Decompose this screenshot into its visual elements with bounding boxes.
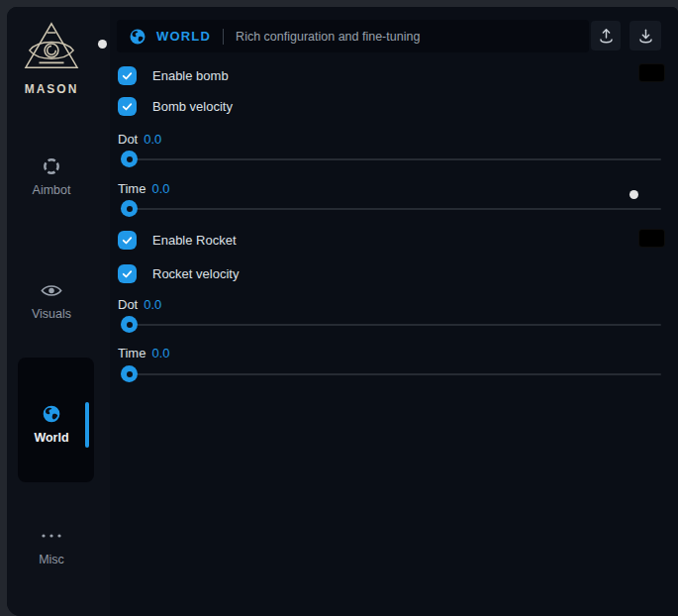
eye-icon bbox=[7, 280, 96, 300]
slider-label-text: Dot bbox=[118, 132, 138, 147]
bomb-dot-slider-label: Dot0.0 bbox=[118, 132, 161, 147]
bomb-time-slider[interactable] bbox=[121, 200, 661, 217]
app-logo: MASON bbox=[7, 21, 96, 96]
checkbox-row-enable-bomb: Enable bomb bbox=[118, 66, 229, 85]
check-icon bbox=[121, 234, 134, 247]
download-icon bbox=[636, 27, 655, 46]
sidebar-item-visuals[interactable]: Visuals bbox=[7, 280, 96, 321]
slider-label-text: Time bbox=[118, 181, 145, 196]
page-subtitle: Rich configuration and fine-tuning bbox=[236, 30, 420, 44]
slider-thumb[interactable] bbox=[121, 316, 138, 333]
bomb-dot-slider[interactable] bbox=[121, 151, 661, 167]
sidebar-item-label: Misc bbox=[7, 553, 96, 566]
main-panel: WORLD Rich configuration and fine-tuning bbox=[110, 7, 678, 616]
sidebar-item-aimbot[interactable]: Aimbot bbox=[7, 156, 96, 197]
sidebar-item-world[interactable]: World bbox=[7, 404, 96, 445]
rocket-time-slider-label: Time0.0 bbox=[118, 346, 169, 360]
checkbox-label: Enable Rocket bbox=[152, 233, 237, 248]
crosshair-icon bbox=[7, 156, 96, 176]
page-header: WORLD Rich configuration and fine-tuning bbox=[117, 20, 589, 52]
sidebar-item-label: Visuals bbox=[7, 307, 96, 321]
checkbox-label: Rocket velocity bbox=[152, 266, 239, 281]
enable-rocket-checkbox[interactable] bbox=[118, 231, 137, 250]
slider-value: 0.0 bbox=[151, 181, 169, 196]
slider-label-text: Time bbox=[118, 346, 145, 360]
slider-thumb[interactable] bbox=[121, 365, 138, 382]
export-config-button[interactable] bbox=[591, 21, 621, 51]
slider-thumb[interactable] bbox=[121, 151, 138, 167]
check-icon bbox=[121, 100, 134, 113]
check-icon bbox=[121, 267, 134, 280]
slider-value: 0.0 bbox=[144, 132, 161, 147]
slider-value: 0.0 bbox=[151, 346, 169, 360]
bomb-velocity-checkbox[interactable] bbox=[118, 97, 137, 116]
checkbox-label: Bomb velocity bbox=[152, 99, 233, 114]
sidebar-item-label: Aimbot bbox=[7, 183, 96, 197]
sidebar-item-label: World bbox=[7, 431, 96, 445]
slider-label-text: Dot bbox=[118, 297, 138, 312]
slider-track bbox=[121, 373, 661, 375]
logo-text: MASON bbox=[7, 82, 96, 96]
app-window: MASON Aimbot Visuals bbox=[7, 7, 678, 616]
check-icon bbox=[121, 69, 134, 82]
checkbox-row-bomb-velocity: Bomb velocity bbox=[118, 97, 233, 116]
ellipsis-icon bbox=[7, 526, 96, 546]
sidebar: MASON Aimbot Visuals bbox=[7, 7, 110, 616]
active-tab: WORLD bbox=[129, 28, 211, 46]
rocket-dot-slider[interactable] bbox=[121, 316, 661, 333]
bomb-color-swatch[interactable] bbox=[638, 63, 665, 82]
rocket-dot-slider-label: Dot0.0 bbox=[118, 297, 161, 312]
rocket-time-slider[interactable] bbox=[121, 365, 661, 382]
checkbox-row-rocket-velocity: Rocket velocity bbox=[118, 264, 239, 283]
slider-track bbox=[121, 208, 661, 210]
checkbox-label: Enable bomb bbox=[152, 68, 229, 83]
upload-icon bbox=[597, 27, 616, 46]
slider-track bbox=[121, 158, 661, 160]
rocket-velocity-checkbox[interactable] bbox=[118, 264, 137, 283]
page-title: WORLD bbox=[156, 29, 211, 44]
rocket-color-swatch[interactable] bbox=[638, 229, 665, 248]
header-divider bbox=[223, 29, 224, 45]
checkbox-row-enable-rocket: Enable Rocket bbox=[118, 231, 237, 250]
sidebar-item-misc[interactable]: Misc bbox=[7, 526, 96, 566]
slider-thumb[interactable] bbox=[121, 200, 138, 217]
cursor-dot bbox=[98, 40, 107, 49]
enable-bomb-checkbox[interactable] bbox=[118, 66, 137, 85]
all-seeing-eye-logo-icon bbox=[23, 21, 80, 72]
globe-icon bbox=[129, 28, 146, 46]
slider-track bbox=[121, 324, 661, 326]
cursor-dot bbox=[630, 190, 638, 199]
slider-value: 0.0 bbox=[144, 297, 161, 312]
bomb-time-slider-label: Time0.0 bbox=[118, 181, 169, 196]
import-config-button[interactable] bbox=[630, 21, 661, 51]
globe-icon bbox=[7, 404, 96, 424]
